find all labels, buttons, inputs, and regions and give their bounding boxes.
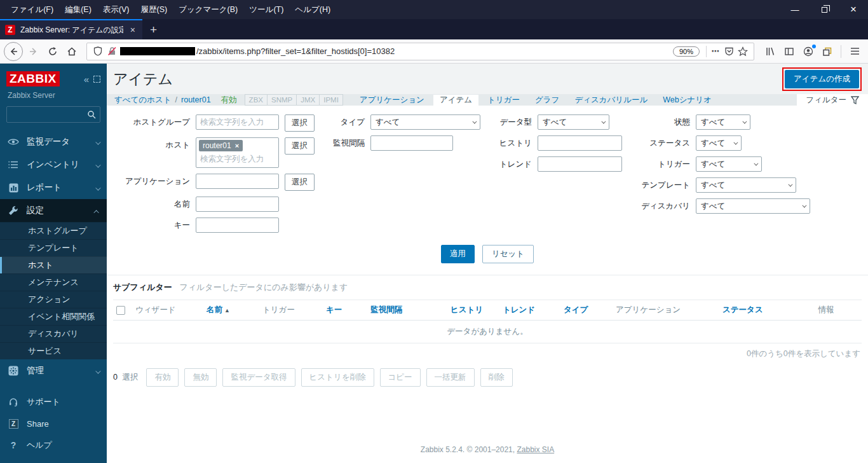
zoom-level-badge[interactable]: 90%	[673, 46, 700, 57]
sidebar-search[interactable]	[6, 106, 100, 123]
tracking-protection-shield-icon[interactable]	[91, 43, 105, 60]
menu-history[interactable]: 履歴(S)	[135, 2, 173, 18]
col-type-sort[interactable]: タイプ	[560, 300, 613, 321]
browser-tab[interactable]: Z Zabbix Server: アイテムの設定 ×	[0, 19, 142, 39]
col-trends-sort[interactable]: トレンド	[499, 300, 560, 321]
disable-button[interactable]: 無効	[184, 368, 217, 387]
trends-input[interactable]	[538, 156, 622, 172]
sidebar-item-monitoring[interactable]: 監視データ	[0, 130, 107, 153]
col-history-sort[interactable]: ヒストリ	[447, 300, 499, 321]
enable-button[interactable]: 有効	[146, 368, 179, 387]
host-input-placeholder[interactable]: 検索文字列を入力	[199, 151, 276, 165]
sidebar-collapse-icon[interactable]: «	[84, 74, 89, 84]
sidebar-item-host-groups[interactable]: ホストグループ	[0, 222, 107, 239]
menu-view[interactable]: 表示(V)	[97, 2, 135, 18]
restore-button[interactable]	[810, 0, 839, 19]
clear-history-button[interactable]: ヒストリを削除	[301, 368, 374, 387]
sidebar-item-discovery[interactable]: ディスカバリ	[0, 325, 107, 342]
sidebar-item-reports[interactable]: レポート	[0, 176, 107, 199]
forward-button[interactable]	[24, 43, 43, 60]
menu-file[interactable]: ファイル(F)	[5, 2, 59, 18]
menu-edit[interactable]: 編集(E)	[59, 2, 97, 18]
url-text[interactable]: /zabbix/items.php?filter_set=1&filter_ho…	[196, 46, 673, 56]
reload-button[interactable]	[43, 43, 62, 60]
home-button[interactable]	[62, 43, 81, 60]
type-select[interactable]: すべて	[370, 114, 480, 130]
sidebar-item-services[interactable]: サービス	[0, 342, 107, 359]
name-input[interactable]	[196, 197, 279, 212]
apply-button[interactable]: 適用	[441, 245, 475, 263]
sidebar-item-configuration[interactable]: 設定	[0, 199, 107, 222]
sidebar-item-administration[interactable]: 管理	[0, 359, 107, 382]
menu-help[interactable]: ヘルプ(H)	[289, 2, 336, 18]
sidebar-hide-icon[interactable]	[93, 76, 100, 83]
data-type-select[interactable]: すべて	[538, 114, 609, 130]
close-button[interactable]: ×	[839, 0, 868, 19]
mass-update-button[interactable]: 一括更新	[426, 368, 475, 387]
menu-tools[interactable]: ツール(T)	[243, 2, 289, 18]
insecure-lock-icon[interactable]	[105, 43, 119, 60]
tab-triggers[interactable]: トリガー	[481, 95, 526, 106]
application-select-button[interactable]: 選択	[285, 174, 315, 191]
url-bar[interactable]: /zabbix/items.php?filter_set=1&filter_ho…	[86, 43, 754, 60]
copy-button[interactable]: コピー	[380, 368, 421, 387]
sidebars-icon[interactable]	[780, 43, 799, 60]
account-icon[interactable]	[799, 43, 818, 60]
application-input[interactable]	[196, 174, 279, 189]
pocket-icon[interactable]	[722, 43, 736, 60]
status-select[interactable]: すべて	[696, 135, 742, 151]
breadcrumb-all-hosts[interactable]: すべてのホスト	[113, 95, 173, 106]
new-tab-button[interactable]: +	[142, 20, 165, 39]
host-group-input[interactable]	[196, 114, 279, 130]
footer-zabbix-sia-link[interactable]: Zabbix SIA	[517, 445, 554, 454]
chip-remove-icon[interactable]: ×	[235, 142, 239, 149]
col-interval-sort[interactable]: 監視間隔	[367, 300, 447, 321]
host-status-enabled[interactable]: 有効	[221, 95, 237, 106]
sidebar-item-hosts[interactable]: ホスト	[0, 256, 107, 273]
tab-close-icon[interactable]: ×	[128, 25, 137, 35]
col-status-sort[interactable]: ステータス	[719, 300, 790, 321]
host-select-button[interactable]: 選択	[285, 137, 315, 155]
library-icon[interactable]	[761, 43, 780, 60]
filter-tab[interactable]: フィルター	[797, 94, 868, 106]
create-item-button[interactable]: アイテムの作成	[785, 70, 859, 88]
select-all-checkbox[interactable]	[116, 306, 125, 315]
delete-button[interactable]: 削除	[480, 368, 513, 387]
history-input[interactable]	[538, 135, 622, 151]
hamburger-menu-icon[interactable]	[845, 43, 864, 60]
state-select[interactable]: すべて	[696, 114, 750, 130]
tab-web-scenarios[interactable]: Webシナリオ	[656, 95, 718, 106]
breadcrumb-host[interactable]: router01	[180, 95, 212, 104]
host-multiselect[interactable]: router01 × 検索文字列を入力	[196, 137, 279, 168]
sidebar-item-support[interactable]: サポート	[0, 391, 107, 413]
sidebar-item-templates[interactable]: テンプレート	[0, 239, 107, 256]
sidebar-item-inventory[interactable]: インベントリ	[0, 153, 107, 176]
sidebar-search-input[interactable]	[11, 110, 87, 119]
col-key-sort[interactable]: キー	[323, 300, 367, 321]
tab-graphs[interactable]: グラフ	[529, 95, 566, 106]
bookmark-star-icon[interactable]	[736, 43, 750, 60]
tab-discovery-rules[interactable]: ディスカバリルール	[568, 95, 654, 106]
template-select[interactable]: すべて	[696, 177, 796, 193]
discovery-select[interactable]: すべて	[696, 198, 810, 214]
host-chip[interactable]: router01 ×	[199, 140, 243, 151]
sidebar-item-actions[interactable]: アクション	[0, 291, 107, 308]
tab-applications[interactable]: アプリケーション	[353, 95, 431, 106]
zabbix-logo[interactable]: ZABBIX	[6, 71, 60, 86]
tab-items[interactable]: アイテム	[433, 95, 478, 106]
sidebar-item-share[interactable]: Z Share	[0, 413, 107, 434]
containers-icon[interactable]	[818, 43, 837, 60]
key-input[interactable]	[196, 218, 279, 233]
sidebar-item-maintenance[interactable]: メンテナンス	[0, 273, 107, 291]
sidebar-item-help[interactable]: ? ヘルプ	[0, 434, 107, 456]
host-group-select-button[interactable]: 選択	[285, 114, 315, 132]
back-button[interactable]	[4, 42, 23, 61]
reset-button[interactable]: リセット	[482, 245, 534, 263]
interval-input[interactable]	[370, 135, 453, 151]
col-name-sort[interactable]: 名前▲	[203, 300, 259, 321]
page-actions-icon[interactable]: ⋯	[709, 43, 722, 60]
check-now-button[interactable]: 監視データ取得	[222, 368, 295, 387]
sidebar-item-event-correlation[interactable]: イベント相関関係	[0, 308, 107, 325]
menu-bookmarks[interactable]: ブックマーク(B)	[173, 2, 243, 18]
triggers-select[interactable]: すべて	[696, 156, 762, 172]
